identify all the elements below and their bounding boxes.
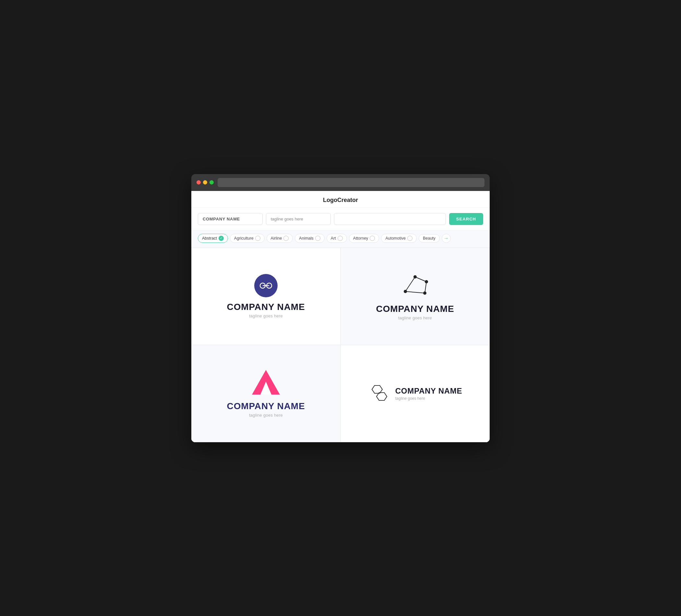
- tagline-input[interactable]: [266, 213, 331, 225]
- filter-label: Animals: [299, 236, 313, 240]
- filter-chip-animals[interactable]: Animals: [295, 234, 324, 243]
- logo4-text-group: COMPANY NAME tagline goes here: [395, 386, 462, 401]
- logo3-company-name: COMPANY NAME: [227, 401, 305, 411]
- svg-line-4: [415, 277, 426, 282]
- browser-window: LogoCreator SEARCH Abstract ✓ Agricultur…: [191, 174, 490, 442]
- filter-label: Agriculture: [234, 236, 254, 240]
- browser-chrome: [191, 174, 490, 191]
- svg-point-7: [404, 290, 407, 293]
- close-button[interactable]: [197, 180, 201, 184]
- filter-chip-beauty[interactable]: Beauty: [419, 234, 440, 242]
- minimize-button[interactable]: [203, 180, 207, 184]
- filter-label: Airline: [271, 236, 282, 240]
- svg-line-6: [405, 291, 425, 293]
- filter-chip-agriculture[interactable]: Agriculture: [230, 234, 264, 243]
- app-header: LogoCreator: [191, 191, 490, 208]
- app-content: LogoCreator SEARCH Abstract ✓ Agricultur…: [191, 191, 490, 442]
- logo4-company-name: COMPANY NAME: [395, 386, 462, 395]
- filter-bar: Abstract ✓ Agriculture Airline Animals A…: [191, 230, 490, 248]
- search-bar: SEARCH: [191, 208, 490, 230]
- search-button[interactable]: SEARCH: [449, 213, 483, 225]
- svg-point-10: [423, 291, 426, 295]
- filter-chip-art[interactable]: Art: [327, 234, 347, 243]
- company-name-input[interactable]: [198, 213, 263, 225]
- logo4-icon: [368, 385, 391, 402]
- logo1-company-name: COMPANY NAME: [227, 302, 305, 312]
- logo4-inline: COMPANY NAME tagline goes here: [368, 385, 462, 402]
- logo2-icon: [399, 272, 431, 299]
- filter-chip-automotive[interactable]: Automotive: [381, 234, 417, 243]
- svg-line-5: [425, 282, 426, 293]
- filter-chip-attorney[interactable]: Attorney: [349, 234, 379, 243]
- svg-point-9: [425, 280, 428, 283]
- traffic-lights: [197, 180, 214, 184]
- filter-label: Automotive: [385, 236, 406, 240]
- address-bar[interactable]: [218, 178, 484, 187]
- check-icon-animals: [315, 236, 320, 241]
- check-icon-automotive: [407, 236, 412, 241]
- svg-line-3: [405, 277, 415, 291]
- filter-more-button[interactable]: →: [442, 234, 451, 243]
- logo2-tagline: tagline goes here: [398, 315, 432, 320]
- filter-label: Art: [331, 236, 336, 240]
- app-title: LogoCreator: [323, 197, 358, 203]
- filter-chip-airline[interactable]: Airline: [267, 234, 293, 243]
- check-icon-airline: [283, 236, 288, 241]
- filter-label: Beauty: [423, 236, 435, 240]
- maximize-button[interactable]: [209, 180, 214, 184]
- check-icon-attorney: [370, 236, 375, 241]
- logo-grid: COMPANY NAME tagline goes here: [191, 248, 490, 442]
- logo4-tagline: tagline goes here: [395, 396, 462, 401]
- logo3-icon: [251, 369, 280, 396]
- logo-card-2[interactable]: COMPANY NAME tagline goes here: [340, 248, 490, 345]
- logo-card-3[interactable]: COMPANY NAME tagline goes here: [191, 345, 340, 442]
- check-icon-agriculture: [255, 236, 260, 241]
- logo3-tagline: tagline goes here: [249, 413, 283, 417]
- check-icon-art: [337, 236, 343, 241]
- logo-card-1[interactable]: COMPANY NAME tagline goes here: [191, 248, 340, 345]
- logo-card-4[interactable]: COMPANY NAME tagline goes here: [340, 345, 490, 442]
- logo1-icon: [254, 274, 278, 297]
- svg-marker-13: [372, 385, 382, 393]
- check-icon-abstract: ✓: [219, 236, 224, 241]
- logo2-company-name: COMPANY NAME: [376, 304, 454, 314]
- svg-point-8: [413, 275, 417, 279]
- filter-label: Attorney: [353, 236, 369, 240]
- logo1-tagline: tagline goes here: [249, 313, 283, 318]
- filter-chip-abstract[interactable]: Abstract ✓: [198, 234, 228, 243]
- filter-label: Abstract: [202, 236, 217, 240]
- keyword-input[interactable]: [334, 213, 446, 225]
- svg-marker-14: [377, 393, 387, 401]
